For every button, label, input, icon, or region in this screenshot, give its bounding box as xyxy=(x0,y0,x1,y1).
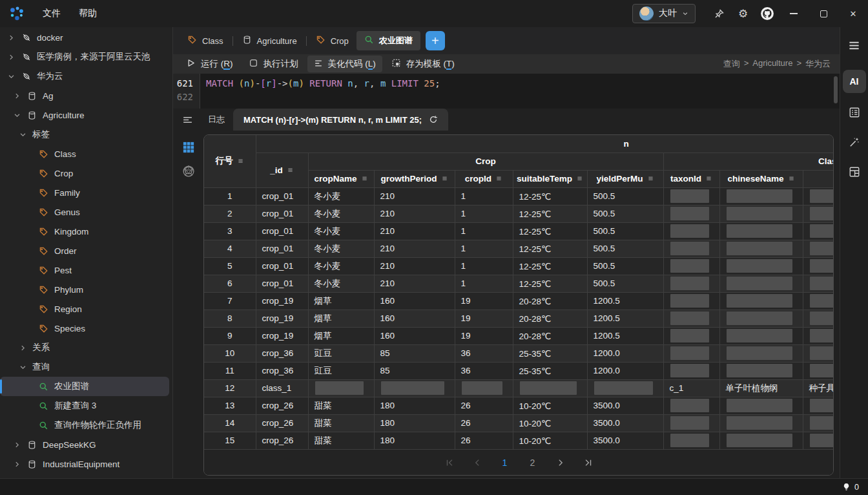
sidebar-item[interactable]: Phylum xyxy=(0,280,169,299)
github-button[interactable] xyxy=(755,0,779,27)
column-menu-icon[interactable] xyxy=(705,174,712,184)
chevron-right-icon[interactable] xyxy=(13,461,21,468)
sidebar-item[interactable]: Genus xyxy=(0,202,169,222)
hint-button[interactable]: 0 xyxy=(842,483,859,492)
page-prev-button[interactable] xyxy=(472,458,482,467)
report-table-button[interactable] xyxy=(843,162,866,182)
page-next-button[interactable] xyxy=(555,458,566,467)
breadcrumb-item[interactable]: 查询 xyxy=(723,58,740,70)
settings-button[interactable]: ⚙ xyxy=(731,0,755,27)
table-row[interactable]: 10 crop_36豇豆853625-35℃1200.0 xyxy=(204,344,833,362)
chevron-down-icon[interactable] xyxy=(19,364,27,371)
sidebar-item[interactable]: DeepSeekKG xyxy=(0,435,169,454)
column-menu-icon[interactable] xyxy=(361,174,368,184)
column-header[interactable]: growthPeriod xyxy=(374,170,455,187)
chevron-down-icon[interactable] xyxy=(19,131,27,138)
add-tab-button[interactable]: + xyxy=(426,31,445,50)
column-header-id[interactable]: _id xyxy=(256,153,308,187)
chevron-down-icon[interactable] xyxy=(13,112,21,119)
tab-item[interactable]: Crop xyxy=(308,31,356,50)
maximize-button[interactable] xyxy=(809,0,838,27)
sidebar-item[interactable]: Class xyxy=(0,144,169,163)
sidebar-item[interactable]: Order xyxy=(0,241,169,260)
column-menu-icon[interactable] xyxy=(237,156,244,166)
table-scroll-area[interactable]: 行号 n _idCropClasscropNamegrowthPeriodcro… xyxy=(204,135,833,450)
menu-item[interactable]: 帮助 xyxy=(70,0,106,27)
sidebar-item[interactable]: 农业图谱 xyxy=(0,377,169,396)
tab-item[interactable]: Class xyxy=(180,31,231,50)
column-menu-icon[interactable] xyxy=(441,174,448,184)
sidebar-item[interactable]: Crop xyxy=(0,163,169,183)
tab-item[interactable]: Agriculture xyxy=(234,31,305,50)
page-number-button[interactable]: 2 xyxy=(528,458,538,468)
minimize-button[interactable] xyxy=(779,0,809,27)
breadcrumb-item[interactable]: Agriculture xyxy=(752,58,792,70)
sidebar-item[interactable]: Region xyxy=(0,299,169,319)
sidebar-item[interactable]: Pest xyxy=(0,260,169,280)
code-editor[interactable]: 621622 MATCH (n)-[r]->(m) RETURN n, r, m… xyxy=(173,74,840,109)
page-number-button[interactable]: 1 xyxy=(500,458,510,468)
sidebar-item[interactable]: 查询 xyxy=(0,357,169,377)
column-header[interactable]: yieldPerMu xyxy=(587,170,663,187)
column-header[interactable]: chineseName xyxy=(719,170,803,187)
column-menu-icon[interactable] xyxy=(647,174,654,184)
sidebar-item[interactable]: Agriculture xyxy=(0,105,169,125)
column-menu-icon[interactable] xyxy=(788,174,795,184)
toolbar-button[interactable]: 执行计划 xyxy=(242,56,305,72)
user-menu[interactable]: 大叶 xyxy=(632,4,696,23)
table-row[interactable]: 8 crop_19烟草1601920-28℃1200.5 xyxy=(204,310,833,327)
column-menu-icon[interactable] xyxy=(576,174,583,184)
sidebar-item[interactable]: IndustrialEquipment xyxy=(0,454,169,474)
table-row[interactable]: 14 crop_26甜菜1802610-20℃3500.0 xyxy=(204,414,833,432)
menu-item[interactable]: 文件 xyxy=(34,0,70,27)
column-menu-icon[interactable] xyxy=(287,165,294,175)
table-row[interactable]: 13 crop_26甜菜1802610-20℃3500.0 xyxy=(204,397,833,414)
sidebar-item[interactable]: 查询作物轮作正负作用 xyxy=(0,416,169,435)
sidebar-item[interactable]: 新建查询 3 xyxy=(0,396,169,416)
sidebar-item[interactable]: Ag xyxy=(0,86,169,105)
graph-view-button[interactable] xyxy=(181,164,196,178)
column-header[interactable]: cropId xyxy=(455,170,513,187)
chevron-right-icon[interactable] xyxy=(7,34,16,41)
pin-button[interactable] xyxy=(707,0,731,27)
column-header[interactable]: suitableTemp xyxy=(513,170,587,187)
tab-logs[interactable]: 日志 xyxy=(200,109,233,131)
table-row[interactable]: 2 crop_01冬小麦210112-25℃500.5 xyxy=(204,205,833,222)
magic-wand-button[interactable] xyxy=(843,132,866,153)
table-row[interactable]: 5 crop_01冬小麦210112-25℃500.5 xyxy=(204,257,833,275)
page-last-button[interactable] xyxy=(583,458,594,467)
sidebar-item[interactable]: 华为云 xyxy=(0,67,169,86)
refresh-icon[interactable] xyxy=(429,115,438,124)
table-row[interactable]: 3 crop_01冬小麦210112-25℃500.5 xyxy=(204,222,833,240)
toolbar-button[interactable]: 运行 (R) xyxy=(180,56,240,72)
table-row[interactable]: 6 crop_01冬小麦210112-25℃500.5 xyxy=(204,275,833,292)
tab-query-result[interactable]: MATCH (n)-[r]->(m) RETURN n, r, m LIMIT … xyxy=(233,109,448,131)
editor-scrollbar[interactable] xyxy=(834,76,838,103)
table-row[interactable]: 12 class_1c_1单子叶植物纲种子具 xyxy=(204,379,833,397)
table-row[interactable]: 9 crop_19烟草1601920-28℃1200.5 xyxy=(204,327,833,344)
chevron-right-icon[interactable] xyxy=(13,92,21,100)
panel-menu-button[interactable] xyxy=(843,35,866,56)
sidebar-item[interactable]: 医学病例，来源于阿里云天池 xyxy=(0,47,169,67)
tab-active[interactable]: 农业图谱 xyxy=(356,31,420,50)
chevron-right-icon[interactable] xyxy=(19,344,27,352)
toolbar-button[interactable]: 存为模板 (T) xyxy=(385,56,461,72)
chevron-right-icon[interactable] xyxy=(7,54,16,61)
table-row[interactable]: 1 crop_01冬小麦210112-25℃500.5 xyxy=(204,187,833,205)
table-row[interactable]: 4 crop_01冬小麦210112-25℃500.5 xyxy=(204,240,833,257)
column-menu-icon[interactable] xyxy=(495,174,502,184)
ai-panel-button[interactable]: AI xyxy=(843,70,866,93)
column-header[interactable]: taxonId xyxy=(663,170,719,187)
column-header-rowno[interactable]: 行号 xyxy=(204,135,256,187)
toolbar-button[interactable]: 美化代码 (L) xyxy=(307,56,382,72)
sidebar-item[interactable]: Kingdom xyxy=(0,222,169,241)
sidebar-item[interactable]: Family xyxy=(0,183,169,202)
chevron-right-icon[interactable] xyxy=(13,441,21,448)
form-list-button[interactable] xyxy=(843,102,866,123)
results-menu-button[interactable] xyxy=(182,109,193,131)
page-first-button[interactable] xyxy=(444,458,455,467)
table-row[interactable]: 15 crop_26甜菜1802610-20℃3500.0 xyxy=(204,432,833,449)
breadcrumb-item[interactable]: 华为云 xyxy=(805,58,831,70)
sidebar-item[interactable]: docker xyxy=(0,28,169,47)
column-header[interactable]: repro xyxy=(803,170,833,187)
